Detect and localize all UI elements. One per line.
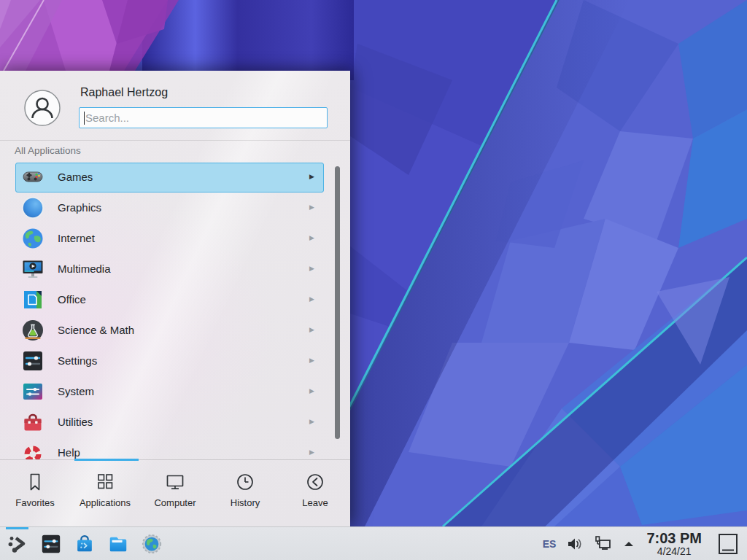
sphere-icon xyxy=(21,196,44,219)
tab-label: Applications xyxy=(80,497,131,508)
submenu-arrow-icon xyxy=(309,387,314,394)
submenu-arrow-icon xyxy=(309,234,314,241)
desktop: Raphael Hertzog Search... All Applicatio… xyxy=(0,0,747,560)
show-desktop-icon[interactable] xyxy=(718,532,738,556)
system-settings-button[interactable] xyxy=(39,532,63,556)
network-icon[interactable] xyxy=(594,534,613,553)
system-settings-icon xyxy=(40,533,62,555)
globe-gear-icon xyxy=(141,533,163,555)
kde-launcher-icon xyxy=(7,533,28,555)
category-label: Graphics xyxy=(58,201,101,214)
submenu-arrow-icon xyxy=(309,295,314,303)
category-row-settings[interactable]: Settings xyxy=(15,346,324,376)
tab-favorites[interactable]: Favorites xyxy=(0,460,70,527)
category-row-internet[interactable]: Internet xyxy=(15,224,324,254)
submenu-arrow-icon xyxy=(309,357,314,364)
lifebuoy-icon xyxy=(21,441,44,459)
tab-applications[interactable]: Applications xyxy=(70,460,140,527)
clock-date: 4/24/21 xyxy=(657,546,692,557)
taskbar-panel: ES 7:0 xyxy=(0,526,747,560)
file-manager-button[interactable] xyxy=(107,532,130,556)
media-player-icon xyxy=(21,257,44,281)
tab-history[interactable]: History xyxy=(210,460,280,527)
flask-icon xyxy=(21,319,44,342)
clock-icon xyxy=(235,472,255,492)
submenu-arrow-icon xyxy=(309,326,314,333)
sliders-icon xyxy=(21,349,44,373)
category-label: Office xyxy=(58,293,86,306)
category-label: Multimedia xyxy=(58,262,111,275)
launcher-active-indicator xyxy=(6,527,28,529)
keyboard-layout-indicator[interactable]: ES xyxy=(543,538,557,550)
category-row-office[interactable]: Office xyxy=(15,285,324,315)
category-row-utilities[interactable]: Utilities xyxy=(15,408,324,438)
tray-expander-icon[interactable] xyxy=(623,538,635,550)
leave-icon xyxy=(305,472,325,492)
category-label: Settings xyxy=(58,354,97,367)
submenu-arrow-icon xyxy=(309,418,314,425)
category-row-system[interactable]: System xyxy=(15,377,324,407)
discover-bag-icon xyxy=(74,533,96,555)
application-launcher-button[interactable] xyxy=(6,532,29,556)
submenu-arrow-icon xyxy=(309,265,314,272)
tab-label: History xyxy=(231,497,260,508)
clock-time: 7:03 PM xyxy=(646,531,702,546)
launcher-tab-bar: Favorites Applications xyxy=(0,459,350,526)
gamepad-icon xyxy=(21,166,44,189)
bookmark-icon xyxy=(25,472,45,492)
tab-leave[interactable]: Leave xyxy=(280,460,350,527)
category-label: Games xyxy=(58,171,93,183)
grid-icon xyxy=(95,472,115,492)
document-icon xyxy=(21,288,44,311)
category-row-multimedia[interactable]: Multimedia xyxy=(15,254,324,284)
tab-label: Favorites xyxy=(15,497,54,508)
toolbox-icon xyxy=(21,411,44,434)
category-label: Help xyxy=(58,446,80,459)
submenu-arrow-icon xyxy=(309,203,314,211)
application-launcher-menu: Raphael Hertzog Search... All Applicatio… xyxy=(0,71,350,526)
category-row-games[interactable]: Games xyxy=(15,163,324,192)
folder-icon xyxy=(107,533,129,555)
volume-icon[interactable] xyxy=(566,535,584,553)
submenu-arrow-icon xyxy=(309,448,314,456)
tab-label: Computer xyxy=(154,497,196,508)
category-label: Utilities xyxy=(58,416,93,428)
digital-clock[interactable]: 7:03 PM 4/24/21 xyxy=(646,531,702,557)
system-tray: ES 7:0 xyxy=(543,527,741,560)
category-label: System xyxy=(58,385,94,397)
submenu-arrow-icon xyxy=(309,173,314,180)
category-row-help[interactable]: Help xyxy=(15,438,324,459)
tab-computer[interactable]: Computer xyxy=(140,460,210,527)
monitor-icon xyxy=(165,472,185,492)
web-browser-button[interactable] xyxy=(140,532,163,556)
category-label: Internet xyxy=(58,232,95,244)
tab-label: Leave xyxy=(302,497,328,508)
list-scrollbar[interactable] xyxy=(335,166,340,439)
discover-button[interactable] xyxy=(73,532,96,556)
category-row-graphics[interactable]: Graphics xyxy=(15,193,324,223)
system-sliders-icon xyxy=(21,380,44,403)
category-label: Science & Math xyxy=(58,324,134,336)
application-category-list: Games Graphics xyxy=(0,71,350,459)
globe-icon xyxy=(21,227,44,250)
category-row-science-math[interactable]: Science & Math xyxy=(15,316,324,346)
